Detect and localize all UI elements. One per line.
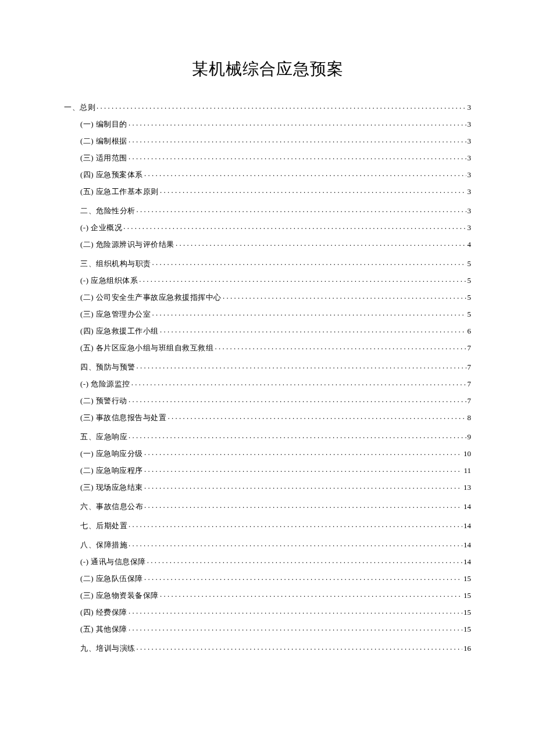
toc-entry: (二) 应急队伍保障15: [64, 574, 471, 582]
toc-page-number: 3: [468, 103, 472, 111]
toc-page-number: 14: [463, 558, 471, 565]
document-title: 某机械综合应急预案: [64, 58, 471, 80]
toc-entry: (四) 经费保障15: [64, 607, 471, 616]
toc-entry: 一、总则3: [64, 102, 471, 111]
toc-leader-dots: [160, 187, 466, 194]
toc-leader-dots: [123, 223, 466, 230]
toc-entry: (-) 应急组织体系5: [64, 275, 471, 284]
toc-page-number: 10: [463, 450, 471, 457]
toc-label: (二) 危险源辨识与评价结果: [80, 241, 174, 248]
toc-label: 九、培训与演练: [80, 644, 135, 652]
toc-page-number: 7: [468, 397, 472, 404]
toc-label: (四) 应急救援工作小组: [80, 327, 159, 335]
toc-leader-dots: [152, 259, 466, 266]
toc-label: (一) 编制目的: [80, 120, 127, 128]
toc-page-number: 9: [468, 433, 472, 440]
toc-entry: 八、保障措施14: [64, 540, 471, 549]
toc-entry: (二) 公司安全生产事故应急救援指挥中心5: [64, 292, 471, 301]
toc-leader-dots: [129, 396, 466, 403]
toc-label: 六、事故信息公布: [80, 503, 143, 510]
toc-leader-dots: [144, 501, 462, 509]
toc-leader-dots: [144, 465, 463, 473]
toc-leader-dots: [129, 521, 462, 528]
toc-leader-dots: [223, 292, 466, 300]
toc-entry: (五) 各片区应急小组与班组自救互救组7: [64, 343, 471, 352]
toc-entry: (二) 危险源辨识与评价结果4: [64, 239, 471, 248]
toc-entry: (一) 编制目的3: [64, 119, 471, 128]
toc-label: 七、后期处置: [80, 522, 127, 529]
toc-label: 八、保障措施: [80, 541, 127, 549]
toc-leader-dots: [167, 413, 466, 420]
toc-leader-dots: [129, 119, 466, 127]
toc-label: (-) 通讯与信息保障: [80, 558, 146, 565]
toc-entry: (四) 应急预案体系3: [64, 170, 471, 178]
toc-entry: (三) 应急物资装备保障15: [64, 590, 471, 599]
toc-label: 三、组织机构与职责: [80, 260, 151, 267]
toc-page-number: 11: [463, 467, 471, 474]
toc-entry: (五) 其他保障15: [64, 624, 471, 633]
toc-leader-dots: [139, 275, 466, 283]
toc-page-number: 3: [468, 224, 472, 231]
toc-label: 四、预防与预警: [80, 363, 135, 371]
toc-entry: 九、培训与演练16: [64, 643, 471, 652]
toc-entry: (一) 应急响应分级10: [64, 449, 471, 457]
toc-leader-dots: [160, 326, 466, 334]
toc-page-number: 5: [468, 260, 472, 267]
toc-leader-dots: [129, 432, 466, 439]
toc-page-number: 7: [468, 380, 472, 388]
table-of-contents: 一、总则3(一) 编制目的3(二) 编制根据3(三) 适用范围3(四) 应急预案…: [64, 102, 471, 652]
toc-leader-dots: [176, 239, 466, 247]
toc-leader-dots: [147, 557, 462, 564]
toc-entry: (-) 通讯与信息保障14: [64, 557, 471, 565]
toc-label: (-) 危险源监控: [80, 380, 130, 388]
toc-label: (三) 现场应急结束: [80, 483, 143, 491]
toc-entry: (-) 企业概况3: [64, 223, 471, 231]
toc-page-number: 3: [468, 154, 472, 162]
toc-entry: (三) 事故信息报告与处置8: [64, 413, 471, 421]
toc-label: (二) 公司安全生产事故应急救援指挥中心: [80, 293, 222, 301]
toc-leader-dots: [129, 136, 466, 144]
toc-entry: (三) 应急管理办公室5: [64, 309, 471, 318]
toc-page-number: 3: [468, 137, 472, 145]
toc-leader-dots: [137, 362, 466, 370]
toc-leader-dots: [137, 643, 463, 651]
toc-label: (三) 事故信息报告与处置: [80, 414, 166, 421]
toc-page-number: 5: [468, 310, 472, 318]
toc-page-number: 13: [463, 483, 471, 491]
toc-entry: (二) 编制根据3: [64, 136, 471, 145]
toc-label: (五) 应急工作基本原则: [80, 188, 159, 195]
toc-label: (二) 应急队伍保障: [80, 575, 143, 582]
toc-entry: (五) 应急工作基本原则3: [64, 187, 471, 195]
toc-entry: 四、预防与预警7: [64, 362, 471, 371]
toc-page-number: 15: [463, 592, 471, 599]
toc-leader-dots: [131, 379, 466, 386]
toc-leader-dots: [137, 206, 466, 213]
toc-leader-dots: [144, 449, 462, 456]
toc-leader-dots: [160, 590, 462, 598]
toc-entry: (三) 适用范围3: [64, 153, 471, 162]
toc-page-number: 8: [468, 414, 472, 421]
toc-label: (五) 其他保障: [80, 625, 127, 633]
toc-entry: 二、危险性分析3: [64, 206, 471, 214]
toc-leader-dots: [152, 309, 466, 317]
toc-page-number: 3: [468, 171, 472, 178]
toc-label: 五、应急响应: [80, 433, 127, 440]
toc-label: 一、总则: [64, 103, 95, 111]
toc-entry: 六、事故信息公布14: [64, 501, 471, 510]
toc-page-number: 15: [463, 575, 471, 582]
toc-entry: (二) 应急响应程序11: [64, 465, 471, 474]
toc-page-number: 15: [463, 608, 471, 616]
toc-leader-dots: [129, 624, 462, 632]
toc-label: (三) 适用范围: [80, 154, 127, 162]
toc-label: (三) 应急管理办公室: [80, 310, 151, 318]
toc-page-number: 6: [468, 327, 472, 335]
toc-entry: (三) 现场应急结束13: [64, 482, 471, 491]
toc-leader-dots: [144, 482, 462, 490]
toc-label: (二) 应急响应程序: [80, 467, 143, 474]
toc-page-number: 7: [468, 363, 472, 371]
toc-entry: (四) 应急救援工作小组6: [64, 326, 471, 335]
toc-leader-dots: [144, 574, 462, 581]
toc-label: (二) 编制根据: [80, 137, 127, 145]
toc-page-number: 14: [463, 522, 471, 529]
toc-leader-dots: [144, 170, 466, 177]
